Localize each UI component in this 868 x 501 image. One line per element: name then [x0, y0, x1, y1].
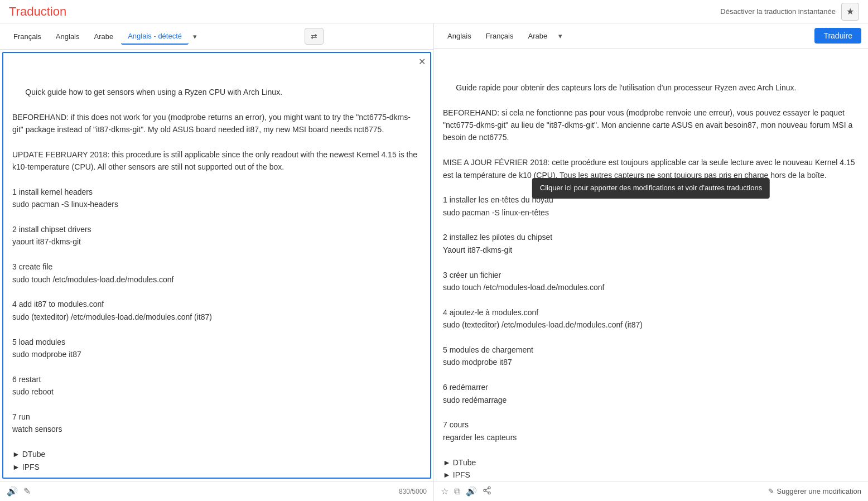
target-volume-button[interactable]: 🔊	[466, 486, 477, 497]
target-footer-icons: ☆ ⧉ 🔊	[441, 486, 491, 497]
header-right: Désactiver la traduction instantanée ★	[720, 3, 859, 21]
target-lang-tabs: Anglais Français Arabe ▾	[441, 28, 813, 44]
svg-line-3	[486, 491, 489, 493]
svg-point-0	[488, 486, 490, 489]
star-button[interactable]: ★	[841, 3, 859, 21]
target-lang-dropdown-button[interactable]: ▾	[555, 28, 566, 44]
pencil-icon: ✎	[768, 487, 774, 495]
header: Traduction Désactiver la traduction inst…	[0, 0, 868, 23]
tooltip: Cliquer ici pour apporter des modificati…	[532, 178, 770, 199]
main-container: Français Anglais Arabe Anglais - détecté…	[0, 23, 868, 501]
star-icon: ★	[846, 6, 854, 17]
svg-point-2	[488, 492, 490, 494]
target-text-area: Cliquer ici pour apporter des modificati…	[434, 49, 868, 481]
source-lang-tab-anglais[interactable]: Anglais	[49, 29, 86, 44]
source-lang-bar: Français Anglais Arabe Anglais - détecté…	[0, 23, 433, 50]
char-count: 830/5000	[399, 488, 427, 495]
source-clear-button[interactable]: ✕	[418, 57, 426, 66]
right-panel: Anglais Français Arabe ▾ Traduire Clique…	[434, 23, 868, 501]
target-star-button[interactable]: ☆	[441, 486, 449, 497]
target-copy-button[interactable]: ⧉	[454, 486, 460, 497]
left-panel: Français Anglais Arabe Anglais - détecté…	[0, 23, 434, 501]
target-lang-tab-arabe[interactable]: Arabe	[522, 28, 554, 44]
source-lang-tab-detected[interactable]: Anglais - détecté	[121, 28, 189, 45]
target-lang-bar: Anglais Français Arabe ▾ Traduire	[434, 23, 868, 49]
target-share-button[interactable]	[483, 486, 491, 497]
source-edit-button[interactable]: ✎	[23, 486, 31, 497]
target-lang-tab-anglais[interactable]: Anglais	[441, 28, 478, 44]
app-title: Traduction	[9, 4, 66, 19]
source-lang-dropdown-button[interactable]: ▾	[190, 29, 200, 44]
swap-languages-button[interactable]: ⇄	[305, 28, 324, 45]
translate-button[interactable]: Traduire	[814, 28, 861, 44]
source-footer-icons: 🔊 ✎	[7, 486, 31, 497]
source-text: Quick guide how to get sensors when usin…	[12, 88, 419, 471]
source-lang-tab-arabe[interactable]: Arabe	[88, 29, 120, 44]
source-text-area[interactable]: ✕ Quick guide how to get sensors when us…	[2, 52, 431, 479]
source-lang-tab-francais[interactable]: Français	[7, 29, 48, 44]
target-footer: ☆ ⧉ 🔊 ✎ Suggérer une modification	[434, 481, 868, 501]
svg-point-1	[484, 489, 486, 492]
suggest-edit-label: Suggérer une modification	[777, 487, 861, 495]
suggest-edit-button[interactable]: ✎ Suggérer une modification	[768, 487, 861, 495]
source-volume-button[interactable]: 🔊	[7, 486, 18, 497]
svg-line-4	[486, 488, 489, 490]
translated-text: Guide rapide pour obtenir des capteurs l…	[443, 83, 857, 479]
source-footer: 🔊 ✎ 830/5000	[0, 481, 433, 501]
target-lang-tab-francais[interactable]: Français	[479, 28, 520, 44]
disable-instant-button[interactable]: Désactiver la traduction instantanée	[720, 7, 836, 16]
